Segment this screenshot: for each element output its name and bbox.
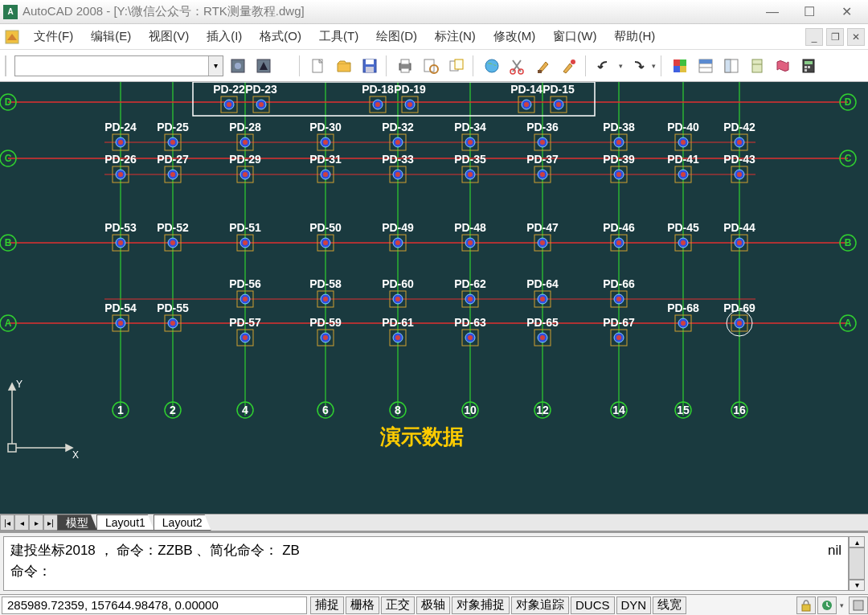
tray-drop-icon[interactable]: ▾ (840, 601, 844, 609)
svg-point-157 (468, 172, 473, 177)
maximize-button[interactable]: ☐ (791, 1, 828, 23)
menu-draw[interactable]: 绘图(D) (368, 26, 425, 47)
undo-drop-icon[interactable]: ▾ (619, 62, 623, 70)
toggle-snap[interactable]: 捕捉 (310, 597, 344, 614)
svg-point-189 (323, 240, 328, 245)
sheet-set-icon[interactable] (772, 55, 794, 77)
toolbar: ▾ ▾ ▾ (0, 50, 868, 82)
tab-model[interactable]: 模型 (57, 515, 97, 531)
chevron-down-icon[interactable]: ▾ (208, 56, 223, 76)
properties-icon[interactable] (694, 55, 717, 77)
publish-icon[interactable] (445, 55, 468, 77)
scroll-down-icon[interactable]: ▾ (849, 580, 865, 591)
minimize-button[interactable]: — (754, 1, 791, 23)
print-icon[interactable] (394, 55, 416, 77)
palette-icon[interactable] (669, 55, 691, 77)
toggle-ducs[interactable]: DUCS (571, 597, 615, 614)
menu-insert[interactable]: 插入(I) (199, 26, 250, 47)
menu-format[interactable]: 格式(O) (252, 26, 309, 47)
svg-rect-9 (401, 59, 409, 64)
toggle-ortho[interactable]: 正交 (381, 597, 415, 614)
tool-icon-1[interactable] (227, 55, 249, 77)
menu-edit[interactable]: 编辑(E) (83, 26, 139, 47)
menu-help[interactable]: 帮助(H) (606, 26, 663, 47)
status-tray-icon[interactable] (817, 597, 837, 614)
redo-drop-icon[interactable]: ▾ (652, 62, 656, 70)
scroll-up-icon[interactable]: ▴ (849, 536, 865, 547)
svg-point-129 (681, 140, 686, 145)
tab-layout1[interactable]: Layout1 (96, 515, 154, 531)
svg-text:PD-15: PD-15 (542, 83, 575, 96)
menu-window[interactable]: 窗口(W) (545, 26, 604, 47)
drawing-canvas[interactable]: DDCCBBAA PD-22PD-23PD-18PD-19PD-14PD-15P… (0, 82, 868, 514)
svg-text:PD-40: PD-40 (667, 121, 699, 133)
tab-layout2[interactable]: Layout2 (154, 515, 211, 531)
open-file-icon[interactable] (333, 55, 355, 77)
svg-text:D: D (5, 96, 12, 108)
mdi-restore-button[interactable]: ❐ (826, 28, 844, 46)
design-center-icon[interactable] (720, 55, 743, 77)
tab-nav-prev[interactable]: ◂ (14, 515, 29, 531)
svg-text:4: 4 (242, 404, 248, 416)
menu-tools[interactable]: 工具(T) (311, 26, 366, 47)
toggle-dyn[interactable]: DYN (616, 597, 652, 614)
svg-text:PD-29: PD-29 (229, 153, 261, 166)
layer-combo[interactable]: ▾ (14, 55, 223, 76)
scroll-track[interactable] (849, 547, 865, 579)
match-prop-icon[interactable] (558, 55, 580, 77)
tool-icon-2[interactable] (252, 55, 275, 77)
toggle-grid[interactable]: 栅格 (346, 597, 379, 614)
command-text[interactable]: 建投坐标2018 ， 命令：ZZBB 、简化命令： ZBnil 命令： (3, 536, 849, 591)
lock-icon[interactable] (796, 597, 816, 614)
svg-point-205 (616, 240, 621, 245)
globe-icon[interactable] (481, 55, 503, 77)
svg-point-77 (259, 102, 264, 107)
svg-rect-35 (808, 66, 810, 68)
svg-text:PD-47: PD-47 (526, 221, 559, 234)
svg-text:PD-64: PD-64 (526, 277, 559, 290)
svg-point-229 (468, 297, 473, 301)
svg-text:PD-63: PD-63 (454, 316, 486, 329)
coordinate-readout[interactable]: 285989.72359, 157644.98478, 0.00000 (2, 597, 307, 614)
svg-rect-34 (805, 66, 807, 68)
svg-point-105 (243, 140, 248, 145)
toggle-osnap[interactable]: 对象捕捉 (452, 597, 510, 614)
tab-nav-next[interactable]: ▸ (29, 515, 43, 531)
brush-icon[interactable] (532, 55, 555, 77)
toggle-otrack[interactable]: 对象追踪 (511, 597, 569, 614)
menu-view[interactable]: 视图(V) (141, 26, 197, 47)
calculator-icon[interactable] (797, 55, 820, 77)
svg-text:PD-53: PD-53 (104, 221, 137, 234)
redo-icon[interactable] (626, 55, 649, 77)
mdi-minimize-button[interactable]: _ (805, 28, 823, 46)
undo-icon[interactable] (593, 55, 616, 77)
svg-point-269 (468, 335, 473, 340)
tool-palette-icon[interactable] (746, 55, 768, 77)
command-window: 建投坐标2018 ， 命令：ZZBB 、简化命令： ZBnil 命令： ▴ ▾ (0, 531, 868, 594)
svg-point-185 (243, 240, 248, 245)
toggle-polar[interactable]: 极轴 (416, 597, 450, 614)
mdi-close-button[interactable]: ✕ (847, 28, 865, 46)
menu-file[interactable]: 文件(F) (26, 26, 81, 47)
tab-nav-first[interactable]: |◂ (0, 515, 14, 531)
close-button[interactable]: ✕ (828, 1, 865, 23)
svg-rect-10 (401, 68, 409, 72)
tab-nav-last[interactable]: ▸| (43, 515, 58, 531)
svg-point-221 (323, 297, 328, 301)
cut-icon[interactable] (506, 55, 529, 77)
svg-text:D: D (845, 96, 852, 108)
menu-modify[interactable]: 修改(M) (485, 26, 544, 47)
clean-screen-icon[interactable] (849, 597, 868, 614)
svg-text:6: 6 (322, 404, 329, 416)
toggle-lwt[interactable]: 线宽 (653, 597, 686, 614)
svg-text:PD-55: PD-55 (157, 301, 189, 314)
svg-text:8: 8 (395, 404, 401, 416)
svg-text:PD-59: PD-59 (309, 316, 342, 329)
print-preview-icon[interactable] (420, 55, 442, 77)
svg-text:PD-31: PD-31 (309, 153, 342, 166)
app-menu-icon[interactable] (3, 28, 21, 46)
menu-dimension[interactable]: 标注(N) (427, 26, 484, 47)
save-icon[interactable] (358, 55, 381, 77)
cmd-line-2: 命令： (10, 561, 841, 582)
new-file-icon[interactable] (307, 55, 330, 77)
